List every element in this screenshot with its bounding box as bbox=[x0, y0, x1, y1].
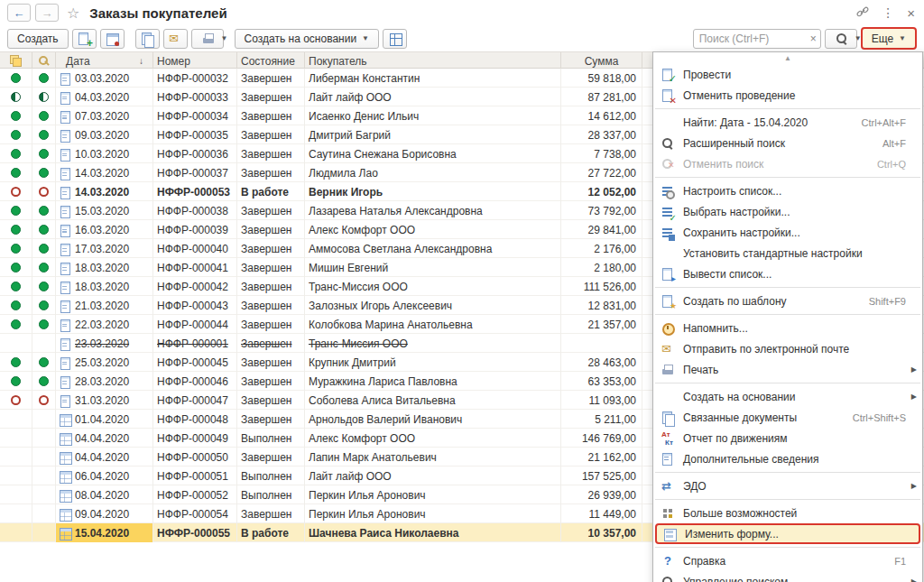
menu-item[interactable]: ЭДО ▶ bbox=[653, 476, 922, 496]
date-cell[interactable]: 15.04.2020 bbox=[56, 523, 153, 542]
menu-item[interactable]: Отменить проведение bbox=[653, 85, 922, 106]
number-cell[interactable]: НФФР-000043 bbox=[153, 296, 237, 315]
sum-cell[interactable]: 12 831,00 bbox=[561, 296, 642, 315]
date-cell[interactable]: 09.03.2020 bbox=[56, 125, 153, 144]
sum-cell[interactable]: 28 337,00 bbox=[561, 125, 642, 144]
column-header-number[interactable]: Номер bbox=[153, 52, 237, 69]
state-cell[interactable]: Выполнен bbox=[237, 485, 305, 504]
set-interval-button[interactable] bbox=[100, 29, 125, 49]
customer-cell[interactable]: Мишин Евгений bbox=[305, 258, 561, 277]
menu-item[interactable]: Установить стандартные настройки bbox=[653, 243, 922, 263]
sum-cell[interactable]: 2 180,00 bbox=[561, 258, 642, 277]
number-cell[interactable]: НФФР-000032 bbox=[153, 69, 237, 88]
number-cell[interactable]: НФФР-000034 bbox=[153, 106, 237, 125]
state-cell[interactable]: Завершен bbox=[237, 391, 305, 410]
email-button[interactable] bbox=[163, 29, 188, 49]
state-cell[interactable]: Выполнен bbox=[237, 429, 305, 448]
customer-cell[interactable]: Исаенко Денис Ильич bbox=[305, 106, 561, 125]
date-cell[interactable]: 21.03.2020 bbox=[56, 296, 153, 315]
sum-cell[interactable]: 12 052,00 bbox=[561, 182, 642, 201]
sum-cell[interactable]: 29 841,00 bbox=[561, 220, 642, 239]
state-cell[interactable]: Завершен bbox=[237, 353, 305, 372]
sum-cell[interactable]: 11 449,00 bbox=[561, 504, 642, 523]
number-cell[interactable]: НФФР-000051 bbox=[153, 467, 237, 485]
date-cell[interactable]: 08.04.2020 bbox=[56, 485, 153, 504]
customer-cell[interactable]: Людмила Лао bbox=[305, 163, 561, 182]
customer-cell[interactable]: Перкин Илья Аронович bbox=[305, 504, 561, 523]
state-cell[interactable]: Завершен bbox=[237, 372, 305, 391]
date-cell[interactable]: 07.03.2020 bbox=[56, 106, 153, 125]
menu-item[interactable]: Сохранить настройки... bbox=[653, 222, 922, 243]
date-cell[interactable]: 04.04.2020 bbox=[56, 429, 153, 448]
state-cell[interactable]: В работе bbox=[237, 182, 305, 201]
customer-cell[interactable]: Муражкина Лариса Павловна bbox=[305, 372, 561, 391]
sum-cell[interactable]: 59 818,00 bbox=[561, 69, 642, 88]
number-cell[interactable]: НФФР-000037 bbox=[153, 163, 237, 182]
customer-cell[interactable]: Саутина Снежана Борисовна bbox=[305, 144, 561, 163]
menu-item[interactable]: Провести bbox=[653, 64, 922, 85]
favorites-star-icon[interactable]: ☆ bbox=[67, 5, 79, 22]
create-button[interactable]: Создать bbox=[7, 29, 69, 49]
menu-item[interactable]: Вывести список... bbox=[653, 263, 922, 284]
customer-cell[interactable]: Арнольдов Валерий Иванович bbox=[305, 410, 561, 429]
date-cell[interactable]: 23.03.2020 bbox=[56, 334, 153, 353]
sum-cell[interactable]: 5 211,00 bbox=[561, 410, 642, 429]
state-cell[interactable]: Выполнен bbox=[237, 467, 305, 485]
sum-cell[interactable]: 146 769,00 bbox=[561, 429, 642, 448]
sum-cell[interactable] bbox=[561, 334, 642, 353]
sum-cell[interactable]: 27 722,00 bbox=[561, 163, 642, 182]
date-cell[interactable]: 15.03.2020 bbox=[56, 201, 153, 220]
number-cell[interactable]: НФФР-000042 bbox=[153, 277, 237, 296]
customer-cell[interactable]: Либерман Константин bbox=[305, 69, 561, 88]
sum-cell[interactable]: 26 939,00 bbox=[561, 485, 642, 504]
number-cell[interactable]: НФФР-000048 bbox=[153, 410, 237, 429]
state-cell[interactable]: Завершен bbox=[237, 410, 305, 429]
kebab-menu-icon[interactable]: ⋮ bbox=[882, 5, 894, 20]
state-cell[interactable]: Завершен bbox=[237, 106, 305, 125]
column-header-date[interactable]: Дата↓ bbox=[56, 52, 153, 69]
sum-cell[interactable]: 14 612,00 bbox=[561, 106, 642, 125]
sum-cell[interactable]: 87 281,00 bbox=[561, 88, 642, 106]
number-cell[interactable]: НФФР-000039 bbox=[153, 220, 237, 239]
back-button[interactable]: ← bbox=[7, 4, 31, 22]
customer-cell[interactable]: Лазарева Наталья Александровна bbox=[305, 201, 561, 220]
menu-item[interactable]: Изменить форму... bbox=[655, 523, 920, 544]
state-cell[interactable]: Завершен bbox=[237, 88, 305, 106]
sum-cell[interactable]: 2 176,00 bbox=[561, 239, 642, 258]
date-cell[interactable]: 14.03.2020 bbox=[56, 182, 153, 201]
menu-item[interactable]: Расширенный поиск Alt+F bbox=[653, 133, 922, 153]
date-cell[interactable]: 14.03.2020 bbox=[56, 163, 153, 182]
state-cell[interactable]: Завершен bbox=[237, 448, 305, 467]
number-cell[interactable]: НФФР-000053 bbox=[153, 182, 237, 201]
state-cell[interactable]: Завершен bbox=[237, 315, 305, 334]
customer-cell[interactable]: Лапин Марк Анатольевич bbox=[305, 448, 561, 467]
state-cell[interactable]: Завершен bbox=[237, 163, 305, 182]
customer-cell[interactable]: Алекс Комфорт ООО bbox=[305, 429, 561, 448]
print-button[interactable]: ▼ bbox=[191, 29, 224, 49]
date-cell[interactable]: 06.04.2020 bbox=[56, 467, 153, 485]
menu-item[interactable]: Отправить по электронной почте bbox=[653, 338, 922, 359]
linked-documents-button[interactable] bbox=[383, 29, 407, 49]
sum-cell[interactable]: 73 792,00 bbox=[561, 201, 642, 220]
date-cell[interactable]: 09.04.2020 bbox=[56, 504, 153, 523]
customer-cell[interactable]: Перкин Илья Аронович bbox=[305, 485, 561, 504]
sum-cell[interactable]: 157 525,00 bbox=[561, 467, 642, 485]
date-cell[interactable]: 18.03.2020 bbox=[56, 258, 153, 277]
create-based-button[interactable]: Создать на основании▼ bbox=[235, 29, 379, 49]
menu-item[interactable]: Создать на основании ▶ bbox=[653, 386, 922, 407]
number-cell[interactable]: НФФР-000046 bbox=[153, 372, 237, 391]
number-cell[interactable]: НФФР-000035 bbox=[153, 125, 237, 144]
menu-item[interactable]: Больше возможностей bbox=[653, 503, 922, 523]
menu-item[interactable]: Связанные документы Ctrl+Shift+S bbox=[653, 407, 922, 428]
number-cell[interactable]: НФФР-000052 bbox=[153, 485, 237, 504]
state-cell[interactable]: Завершен bbox=[237, 125, 305, 144]
menu-item[interactable]: Настроить список... bbox=[653, 180, 922, 201]
date-cell[interactable]: 28.03.2020 bbox=[56, 372, 153, 391]
customer-cell[interactable]: Лайт лайф ООО bbox=[305, 88, 561, 106]
search-button[interactable]: ▼ bbox=[825, 29, 857, 49]
menu-item[interactable]: Отменить поиск Ctrl+Q bbox=[653, 153, 922, 174]
state-cell[interactable]: В работе bbox=[237, 523, 305, 542]
number-cell[interactable]: НФФР-000047 bbox=[153, 391, 237, 410]
menu-item[interactable]: Печать ▶ bbox=[653, 359, 922, 380]
customer-cell[interactable]: Соболева Алиса Витальевна bbox=[305, 391, 561, 410]
